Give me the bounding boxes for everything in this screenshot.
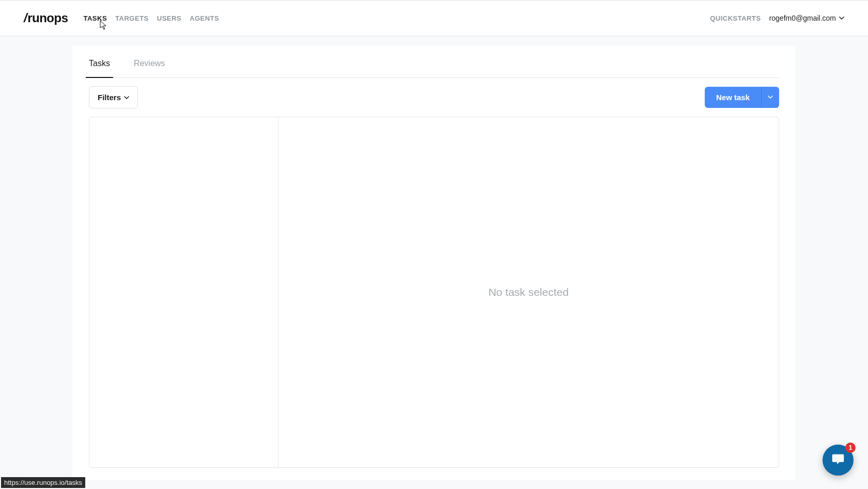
empty-state-message: No task selected (488, 286, 568, 298)
logo-text: runops (27, 11, 68, 25)
nav-item-targets[interactable]: TARGETS (115, 14, 149, 22)
nav-item-tasks[interactable]: TASKS (84, 14, 107, 22)
tab-tasks[interactable]: Tasks (89, 59, 110, 77)
task-detail-panel: No task selected (278, 117, 779, 467)
toolbar: Filters New task (89, 78, 779, 117)
task-list-panel (89, 117, 278, 467)
logo-slash: / (24, 11, 27, 25)
filters-button[interactable]: Filters (89, 86, 138, 108)
nav-item-agents[interactable]: AGENTS (190, 14, 219, 22)
user-email: rogefm0@gmail.com (769, 14, 836, 22)
chevron-down-icon (768, 93, 773, 101)
filters-label: Filters (98, 93, 121, 102)
status-url-hint: https://use.runops.io/tasks (1, 477, 85, 488)
app-header: /runops TASKS TARGETS USERS AGENTS QUICK… (0, 0, 868, 36)
chat-icon (830, 451, 846, 469)
new-task-group: New task (705, 87, 779, 108)
new-task-button[interactable]: New task (705, 87, 761, 108)
main-area: Tasks Reviews Filters New task (0, 36, 868, 480)
user-menu[interactable]: rogefm0@gmail.com (769, 14, 844, 22)
nav-item-users[interactable]: USERS (157, 14, 181, 22)
chat-unread-badge: 1 (845, 443, 856, 453)
chevron-down-icon (839, 14, 844, 22)
nav-item-quickstarts[interactable]: QUICKSTARTS (710, 14, 761, 22)
chevron-down-icon (124, 93, 129, 102)
sub-tabs: Tasks Reviews (89, 45, 779, 78)
brand-logo[interactable]: /runops (24, 11, 68, 25)
tab-reviews[interactable]: Reviews (134, 59, 165, 77)
chat-launcher[interactable]: 1 (823, 445, 854, 476)
split-panel: No task selected (89, 117, 779, 468)
primary-nav: TASKS TARGETS USERS AGENTS (84, 14, 220, 22)
new-task-dropdown[interactable] (761, 87, 779, 108)
content-card: Tasks Reviews Filters New task (72, 45, 796, 480)
header-right: QUICKSTARTS rogefm0@gmail.com (710, 14, 844, 22)
